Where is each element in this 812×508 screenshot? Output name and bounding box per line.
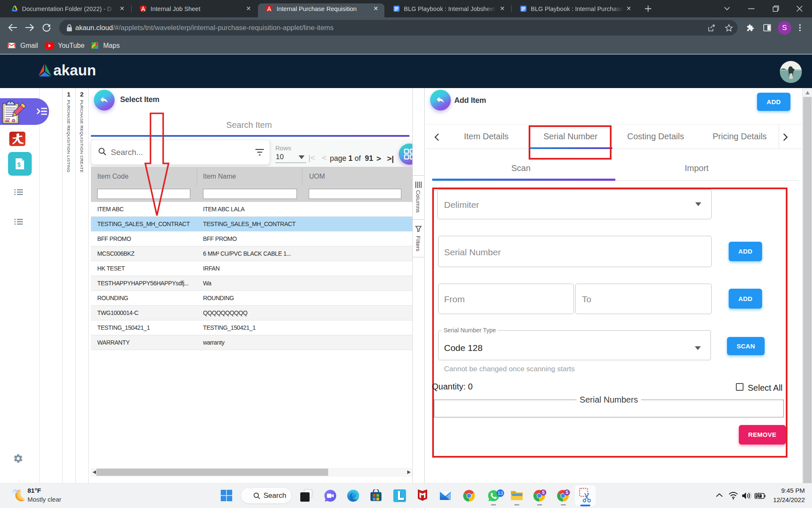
svg-text:S: S [542,490,545,495]
svg-text:S: S [565,490,568,495]
svg-text:13: 13 [498,491,503,496]
svg-text:$: $ [17,161,21,168]
